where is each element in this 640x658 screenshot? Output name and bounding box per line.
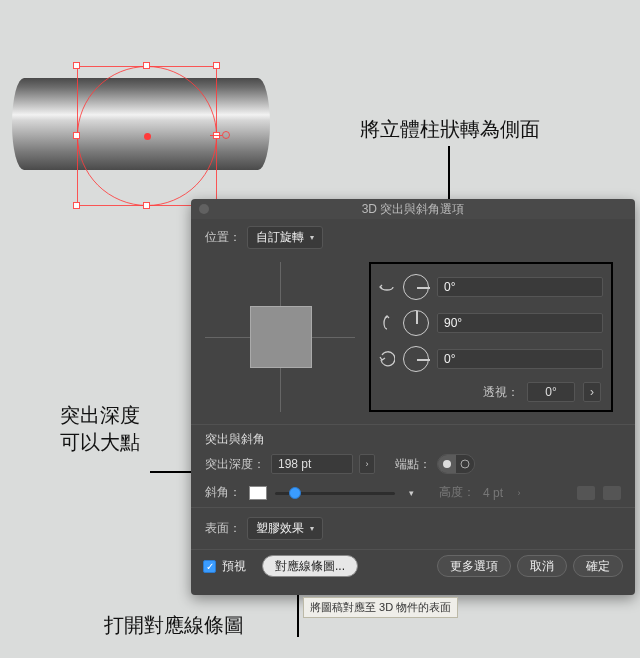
chevron-down-icon: ▾ xyxy=(310,524,314,533)
map-art-button[interactable]: 對應線條圖... xyxy=(262,555,358,577)
more-options-button[interactable]: 更多選項 xyxy=(437,555,511,577)
cap-label: 端點： xyxy=(395,456,431,473)
dialog-title: 3D 突出與斜角選項 xyxy=(362,202,465,216)
perspective-row: 透視： 0° › xyxy=(379,382,603,402)
angle-x-row: 0° xyxy=(379,274,603,300)
cancel-button[interactable]: 取消 xyxy=(517,555,567,577)
svg-point-1 xyxy=(461,460,469,468)
bevel-in-icon[interactable] xyxy=(577,486,595,500)
bevel-label: 斜角： xyxy=(205,484,241,501)
depth-stepper[interactable]: › xyxy=(359,454,375,474)
handle[interactable] xyxy=(73,132,80,139)
angle-controls: 0° 90° 0° 透視： 0° › xyxy=(369,262,613,412)
height-value: 4 pt xyxy=(483,486,503,500)
perspective-label: 透視： xyxy=(483,384,519,401)
rotate-z-icon xyxy=(379,351,395,367)
tooltip: 將圖稿對應至 3D 物件的表面 xyxy=(303,597,458,618)
extrude-section-title: 突出與斜角 xyxy=(191,431,635,448)
handle[interactable] xyxy=(213,62,220,69)
close-icon[interactable] xyxy=(199,204,209,214)
angle-z-dial[interactable] xyxy=(403,346,429,372)
position-value: 自訂旋轉 xyxy=(256,229,304,246)
angle-y-field[interactable]: 90° xyxy=(437,313,603,333)
annotation-depth-note: 突出深度 可以大點 xyxy=(60,402,140,456)
annotation-line2: 可以大點 xyxy=(60,429,140,456)
position-label: 位置： xyxy=(205,229,241,246)
surface-label: 表面： xyxy=(205,520,241,537)
angle-y-row: 90° xyxy=(379,310,603,336)
handle[interactable] xyxy=(73,202,80,209)
annotation-line1: 突出深度 xyxy=(60,402,140,429)
slider-thumb[interactable] xyxy=(289,487,301,499)
bevel-slider[interactable] xyxy=(275,485,395,501)
handle[interactable] xyxy=(143,202,150,209)
handle[interactable] xyxy=(73,62,80,69)
cap-toggle[interactable] xyxy=(437,454,475,474)
surface-value: 塑膠效果 xyxy=(256,520,304,537)
bevel-dropdown[interactable]: ▾ xyxy=(403,485,419,501)
position-select[interactable]: 自訂旋轉 ▾ xyxy=(247,226,323,249)
depth-field[interactable]: 198 pt xyxy=(271,454,353,474)
rotate-y-icon xyxy=(379,315,395,331)
annotation-rotate-note: 將立體柱狀轉為側面 xyxy=(360,116,540,143)
preview-label: 預視 xyxy=(222,558,246,575)
perspective-step[interactable]: › xyxy=(583,382,601,402)
angle-z-field[interactable]: 0° xyxy=(437,349,603,369)
height-label: 高度： xyxy=(439,484,475,501)
dialog-3d-extrude-bevel: 3D 突出與斜角選項 位置： 自訂旋轉 ▾ 0° 90° xyxy=(191,199,635,595)
height-stepper: › xyxy=(511,485,527,501)
rotation-cube-face[interactable] xyxy=(250,306,312,368)
cap-off-icon[interactable] xyxy=(456,455,474,473)
angle-z-row: 0° xyxy=(379,346,603,372)
rotate-x-icon xyxy=(379,279,395,295)
depth-label: 突出深度： xyxy=(205,456,265,473)
center-handle[interactable] xyxy=(144,133,151,140)
rotation-cube-widget[interactable] xyxy=(205,262,355,412)
ok-button[interactable]: 確定 xyxy=(573,555,623,577)
bevel-swatch[interactable] xyxy=(249,486,267,500)
center-indicator-dot xyxy=(222,131,230,139)
bevel-out-icon[interactable] xyxy=(603,486,621,500)
handle[interactable] xyxy=(143,62,150,69)
perspective-field[interactable]: 0° xyxy=(527,382,575,402)
angle-y-dial[interactable] xyxy=(403,310,429,336)
annotation-map-art-note: 打開對應線條圖 xyxy=(104,612,244,639)
canvas-3d-object xyxy=(0,48,285,198)
annotation-arrow xyxy=(150,471,196,473)
surface-select[interactable]: 塑膠效果 ▾ xyxy=(247,517,323,540)
angle-x-field[interactable]: 0° xyxy=(437,277,603,297)
cap-on-icon[interactable] xyxy=(438,455,456,473)
chevron-down-icon: ▾ xyxy=(310,233,314,242)
dialog-titlebar[interactable]: 3D 突出與斜角選項 xyxy=(191,199,635,219)
preview-checkbox[interactable]: ✓ xyxy=(203,560,216,573)
svg-point-0 xyxy=(443,460,451,468)
angle-x-dial[interactable] xyxy=(403,274,429,300)
center-indicator-line xyxy=(210,135,222,136)
